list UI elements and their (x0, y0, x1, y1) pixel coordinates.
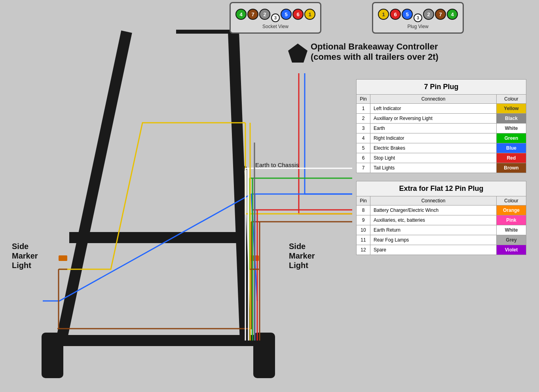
pin-number: 10 (357, 225, 370, 235)
brakeaway-symbol (287, 43, 309, 66)
table-row: 7 Tail Lights Brown (357, 163, 526, 173)
pin-6-socket: 6 (292, 9, 304, 20)
connection-name: Electric Brakes (370, 143, 497, 153)
table-row: 12 Spare Violet (357, 245, 526, 255)
pin-number: 11 (357, 235, 370, 245)
pin-6-plug: 6 (390, 9, 401, 20)
12pin-header-colour: Colour (497, 196, 526, 206)
svg-marker-22 (288, 44, 307, 63)
pin-2-socket: 2 (259, 9, 270, 20)
connection-name: Earth (370, 124, 497, 133)
pin-2-plug: 2 (423, 9, 434, 20)
pin-number: 2 (357, 114, 370, 124)
table-row: 6 Stop Light Red (357, 153, 526, 163)
pin-3-socket: 3 (271, 13, 280, 22)
pin-number: 9 (357, 215, 370, 225)
pin-4-plug: 4 (447, 9, 458, 20)
table-row: 1 Left Indicator Yellow (357, 104, 526, 114)
connection-name: Rear Fog Lamps (370, 235, 497, 245)
plug-pins: 1 6 5 3 2 7 4 (378, 6, 458, 22)
colour-cell: Blue (497, 143, 526, 153)
12pin-title: Extra for Flat 12 Pin Plug (357, 181, 526, 196)
connection-name: Tail Lights (370, 163, 497, 173)
pin-number: 1 (357, 104, 370, 114)
7-pin-table: 7 Pin Plug Pin Connection Colour 1 Left … (356, 79, 526, 173)
colour-cell: Grey (497, 235, 526, 245)
colour-cell: White (497, 225, 526, 235)
connection-name: Auxilliary or Reversing Light (370, 114, 497, 124)
colour-cell: Yellow (497, 104, 526, 114)
table-row: 9 Auxiliaries, etc, batteries Pink (357, 215, 526, 225)
table-row: 8 Battery Charger/Electric Winch Orange (357, 206, 526, 215)
connector-area: 4 7 2 3 5 6 1 Socket View 1 6 5 3 2 7 4 … (230, 0, 530, 44)
pin-number: 7 (357, 163, 370, 173)
7pin-header-connection: Connection (370, 95, 497, 104)
svg-rect-7 (253, 333, 275, 378)
table-row: 10 Earth Return White (357, 225, 526, 235)
7pin-header-colour: Colour (497, 95, 526, 104)
table-row: 2 Auxilliary or Reversing Light Black (357, 114, 526, 124)
7pin-header-pin: Pin (357, 95, 370, 104)
socket-view-label: Socket View (262, 24, 288, 29)
connection-name: Earth Return (370, 225, 497, 235)
colour-cell: Brown (497, 163, 526, 173)
table-row: 4 Right Indicator Green (357, 133, 526, 143)
pin-number: 8 (357, 206, 370, 215)
pin-5-plug: 5 (402, 9, 413, 20)
colour-cell: Black (497, 114, 526, 124)
pin-number: 3 (357, 124, 370, 133)
12pin-header-connection: Connection (370, 196, 497, 206)
side-marker-left-label: SideMarkerLight (12, 242, 38, 270)
pin-5-socket: 5 (281, 9, 292, 20)
plug-view-label: Plug View (407, 24, 428, 29)
connection-name: Auxiliaries, etc, batteries (370, 215, 497, 225)
pin-3-plug: 3 (414, 13, 422, 22)
table-row: 3 Earth White (357, 124, 526, 133)
pin-7-plug: 7 (435, 9, 446, 20)
table-row: 11 Rear Fog Lamps Grey (357, 235, 526, 245)
svg-rect-6 (42, 333, 63, 378)
pin-4-socket: 4 (235, 9, 247, 20)
socket-view-box: 4 7 2 3 5 6 1 Socket View (230, 2, 321, 34)
tables-area: 7 Pin Plug Pin Connection Colour 1 Left … (356, 79, 534, 263)
side-marker-right-label: SideMarkerLight (289, 242, 315, 270)
7pin-title: 7 Pin Plug (357, 80, 526, 95)
pin-1-socket: 1 (304, 9, 315, 20)
12pin-header-pin: Pin (357, 196, 370, 206)
colour-cell: White (497, 124, 526, 133)
colour-cell: Pink (497, 215, 526, 225)
colour-cell: Green (497, 133, 526, 143)
socket-pins: 4 7 2 3 5 6 1 (235, 6, 315, 22)
connection-name: Battery Charger/Electric Winch (370, 206, 497, 215)
connection-name: Right Indicator (370, 133, 497, 143)
earth-to-chassis-label: Earth to Chassis (255, 162, 299, 168)
table-row: 5 Electric Brakes Blue (357, 143, 526, 153)
colour-cell: Orange (497, 206, 526, 215)
12-pin-table: Extra for Flat 12 Pin Plug Pin Connectio… (356, 181, 526, 255)
brakeaway-title: Optional Brakeaway Controller (comes wit… (311, 42, 481, 62)
pin-7-socket: 7 (247, 9, 258, 20)
pin-number: 12 (357, 245, 370, 255)
pin-number: 4 (357, 133, 370, 143)
svg-rect-8 (59, 255, 67, 261)
connection-name: Spare (370, 245, 497, 255)
pin-number: 6 (357, 153, 370, 163)
connection-name: Left Indicator (370, 104, 497, 114)
connection-name: Stop Light (370, 153, 497, 163)
colour-cell: Violet (497, 245, 526, 255)
pin-number: 5 (357, 143, 370, 153)
colour-cell: Red (497, 153, 526, 163)
pin-1-plug: 1 (378, 9, 389, 20)
plug-view-box: 1 6 5 3 2 7 4 Plug View (372, 2, 464, 34)
